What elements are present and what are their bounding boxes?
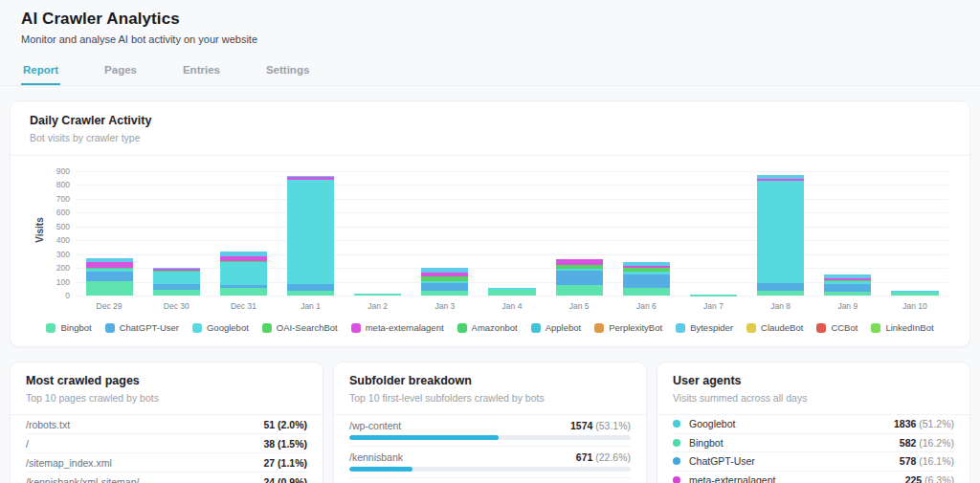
- most-crawled-row: /robots.txt51 (2.0%): [26, 415, 307, 434]
- legend-item-perplexitybot[interactable]: PerplexityBot: [594, 322, 662, 333]
- bar-slot: [612, 171, 679, 296]
- stacked-bar-dec-29[interactable]: [86, 258, 133, 296]
- user-agent-visits-pct: (16.1%): [919, 455, 954, 467]
- stacked-bar-jan-1[interactable]: [287, 176, 334, 296]
- user-agent-color-dot: [673, 476, 680, 483]
- bar-slot: [76, 171, 143, 296]
- subfolder-title: Subfolder breakdown: [349, 374, 631, 387]
- legend-item-bytespider[interactable]: Bytespider: [676, 322, 733, 333]
- bar-segment-bingbot[interactable]: [421, 291, 468, 296]
- bar-segment-bingbot[interactable]: [757, 291, 804, 296]
- legend-item-linkedinbot[interactable]: LinkedInBot: [871, 322, 933, 333]
- bar-segment-chatgpt-user[interactable]: [556, 271, 603, 285]
- legend-item-meta-externalagent[interactable]: meta-externalagent: [351, 322, 444, 333]
- legend-label: ClaudeBot: [761, 322, 803, 333]
- legend-label: Googlebot: [207, 322, 249, 333]
- user-agent-visits-value: 578 (16.1%): [900, 455, 954, 467]
- subfolder-row-top: /wp-content1574 (53.1%): [349, 420, 631, 431]
- bar-segment-bingbot[interactable]: [86, 281, 133, 296]
- legend-color-chip: [351, 323, 361, 333]
- legend-item-ccbot[interactable]: CCBot: [816, 322, 858, 333]
- legend-label: Applebot: [546, 322, 582, 333]
- bar-segment-bingbot[interactable]: [623, 288, 670, 296]
- bar-segment-bingbot[interactable]: [287, 291, 334, 296]
- stacked-bar-jan-7[interactable]: [690, 295, 737, 296]
- y-tick-label: 600: [56, 208, 70, 217]
- subfolder-progress-track: [349, 467, 631, 472]
- subfolder-row: /285 (9.6%): [349, 478, 631, 483]
- legend-item-amazonbot[interactable]: Amazonbot: [457, 322, 518, 333]
- x-tick-label: Jan 7: [679, 301, 746, 311]
- bar-segment-bingbot[interactable]: [824, 292, 871, 296]
- y-tick-label: 900: [56, 166, 70, 176]
- legend-item-chatgpt-user[interactable]: ChatGPT-User: [105, 322, 179, 333]
- bar-segment-chatgpt-user[interactable]: [421, 283, 468, 291]
- chart-legend: BingbotChatGPT-UserGooglebotOAI-SearchBo…: [32, 322, 948, 337]
- stacked-bar-jan-4[interactable]: [488, 288, 535, 296]
- legend-color-chip: [262, 323, 272, 333]
- bottom-cards: Most crawled pages Top 10 pages crawled …: [10, 362, 970, 483]
- user-agent-color-dot: [673, 457, 680, 465]
- page-visits-pct: (1.5%): [278, 438, 307, 450]
- bar-segment-googlebot[interactable]: [287, 180, 334, 284]
- user-agent-color-dot: [673, 439, 680, 447]
- stacked-bar-jan-6[interactable]: [623, 262, 670, 296]
- page-visits-value: 38 (1.5%): [263, 438, 307, 450]
- stacked-bar-jan-10[interactable]: [891, 291, 938, 296]
- stacked-bar-dec-31[interactable]: [220, 252, 267, 296]
- most-crawled-row: /sitemap_index.xml27 (1.1%): [26, 453, 307, 472]
- most-crawled-row: /kennisbank/xml-sitemap/24 (0.9%): [26, 472, 307, 483]
- tab-pages[interactable]: Pages: [102, 58, 139, 85]
- x-tick-label: Jan 1: [277, 301, 344, 311]
- legend-item-claudebot[interactable]: ClaudeBot: [746, 322, 803, 333]
- bar-segment-bingbot[interactable]: [354, 295, 401, 296]
- subfolder-progress-fill: [349, 467, 412, 472]
- page-visits-value: 24 (0.9%): [263, 476, 307, 483]
- user-agents-subtitle: Visits summed across all days: [673, 392, 954, 404]
- legend-label: OAI-SearchBot: [277, 322, 338, 333]
- stacked-bar-jan-3[interactable]: [421, 268, 468, 296]
- x-tick-label: Jan 6: [612, 301, 679, 311]
- bar-segment-bingbot[interactable]: [220, 288, 267, 296]
- user-agents-list: Googlebot1836 (51.2%)Bingbot582 (16.2%)C…: [657, 415, 969, 483]
- legend-item-googlebot[interactable]: Googlebot: [192, 322, 249, 333]
- x-axis-labels: Dec 29Dec 30Dec 31Jan 1Jan 2Jan 3Jan 4Ja…: [76, 301, 948, 311]
- bar-segment-googlebot[interactable]: [757, 181, 804, 283]
- bar-slot: [345, 171, 412, 296]
- most-crawled-row: /38 (1.5%): [26, 434, 307, 453]
- daily-crawler-activity-card: Daily Crawler Activity Bot visits by cra…: [10, 100, 970, 347]
- bar-segment-chatgpt-user[interactable]: [623, 274, 670, 288]
- page-visits-pct: (1.1%): [278, 457, 307, 469]
- bar-segment-googlebot[interactable]: [220, 262, 267, 286]
- tab-entries[interactable]: Entries: [181, 58, 222, 85]
- stacked-bar-dec-30[interactable]: [153, 268, 200, 296]
- bar-segment-googlebot[interactable]: [153, 272, 200, 285]
- legend-item-oai-searchbot[interactable]: OAI-SearchBot: [262, 322, 338, 333]
- user-agent-name: Googlebot: [689, 418, 894, 429]
- user-agent-row: meta-externalagent225 (6.3%): [673, 472, 954, 483]
- bar-segment-bingbot[interactable]: [556, 285, 603, 296]
- legend-item-applebot[interactable]: Applebot: [531, 322, 582, 333]
- bar-segment-chatgpt-user[interactable]: [86, 272, 133, 280]
- bar-segment-bingbot[interactable]: [891, 293, 938, 296]
- x-tick-label: Jan 10: [881, 301, 948, 311]
- stacked-bar-jan-5[interactable]: [556, 259, 603, 296]
- bar-segment-chatgpt-user[interactable]: [824, 284, 871, 291]
- bar-segment-bingbot[interactable]: [153, 290, 200, 296]
- tab-report[interactable]: Report: [21, 58, 60, 85]
- page-path: /: [26, 438, 29, 450]
- tab-settings[interactable]: Settings: [264, 58, 311, 85]
- legend-color-chip: [594, 323, 604, 333]
- stacked-bar-jan-2[interactable]: [354, 294, 401, 296]
- stacked-bar-jan-9[interactable]: [824, 274, 871, 296]
- y-tick-label: 700: [56, 194, 70, 204]
- x-tick-label: Dec 31: [210, 301, 277, 311]
- bar-segment-chatgpt-user[interactable]: [757, 283, 804, 291]
- bar-segment-bingbot[interactable]: [488, 290, 535, 296]
- x-tick-label: Jan 2: [345, 301, 412, 311]
- page-subtitle: Monitor and analyse AI bot activity on y…: [21, 33, 959, 45]
- chart-card-header: Daily Crawler Activity Bot visits by cra…: [11, 101, 969, 156]
- legend-item-bingbot[interactable]: Bingbot: [46, 322, 91, 333]
- stacked-bar-jan-8[interactable]: [757, 175, 804, 296]
- user-agent-name: meta-externalagent: [689, 474, 905, 483]
